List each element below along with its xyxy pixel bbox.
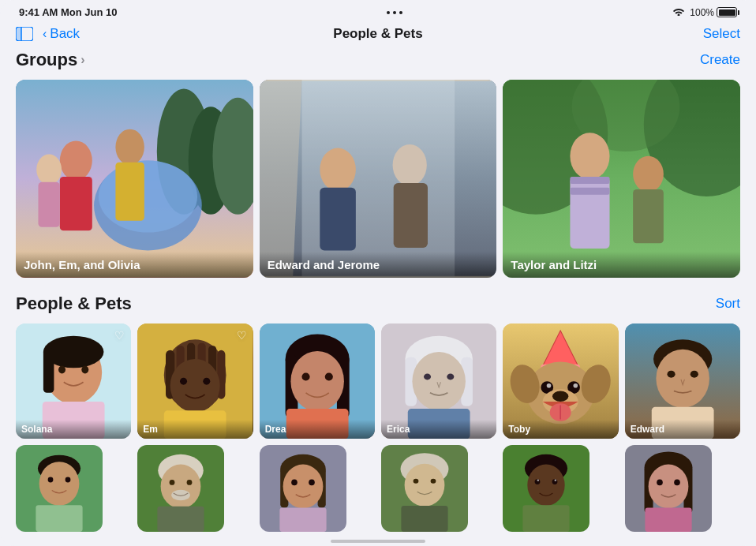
svg-point-20 [392, 144, 426, 185]
person-card-woman1-bg [260, 445, 346, 532]
nav-right: Select [703, 26, 740, 42]
person-card-erica[interactable]: Erica [381, 323, 496, 439]
person-card-boy1[interactable] [16, 445, 103, 532]
svg-point-113 [431, 479, 436, 484]
svg-point-55 [290, 350, 344, 411]
person-erica-label: Erica [381, 420, 496, 439]
svg-point-18 [320, 148, 356, 192]
group-card-1-label: John, Em, and Olivia [16, 252, 253, 278]
main-content: Groups › Create [0, 50, 756, 532]
sort-button[interactable]: Sort [716, 296, 740, 312]
svg-point-86 [690, 370, 698, 377]
svg-point-9 [60, 140, 92, 180]
svg-rect-29 [571, 188, 610, 195]
groups-grid: John, Em, and Olivia [16, 80, 740, 278]
svg-rect-31 [633, 189, 664, 243]
svg-rect-130 [645, 507, 691, 531]
svg-point-92 [65, 477, 71, 483]
groups-section-title[interactable]: Groups › [16, 50, 85, 70]
person-card-boy1-bg [16, 445, 103, 532]
dot-2 [393, 11, 396, 14]
person-card-woman1[interactable] [260, 445, 346, 532]
person-card-girl1[interactable] [625, 445, 712, 532]
svg-point-105 [283, 464, 323, 508]
person-card-girl1-bg [625, 445, 712, 532]
create-button[interactable]: Create [700, 52, 740, 68]
wifi-icon [672, 6, 685, 18]
people-grid-row2 [16, 445, 740, 532]
status-right: 100% [672, 6, 737, 18]
back-button[interactable]: ‹ Back [43, 26, 80, 42]
svg-point-112 [414, 479, 419, 484]
person-card-drea[interactable]: Drea [260, 323, 375, 439]
person-card-edward[interactable]: Edward [625, 323, 740, 439]
groups-section-header: Groups › Create [16, 50, 740, 70]
svg-point-47 [170, 359, 220, 413]
svg-point-13 [36, 155, 62, 185]
scroll-pill [331, 540, 425, 543]
battery-icon [717, 7, 737, 17]
person-card-oldwoman-bg [381, 445, 468, 532]
battery-indicator: 100% [690, 7, 737, 18]
svg-point-76 [547, 383, 552, 388]
svg-point-128 [657, 479, 663, 485]
select-button[interactable]: Select [703, 26, 740, 42]
nav-bar: ‹ Back People & Pets Select [0, 21, 756, 50]
svg-point-85 [667, 370, 675, 377]
people-section-header: People & Pets Sort [16, 294, 740, 314]
svg-point-30 [633, 156, 664, 193]
status-time: 9:41 AM Mon Jun 10 [19, 6, 118, 18]
person-card-blackboy[interactable] [503, 445, 589, 532]
person-toby-label: Toby [503, 420, 618, 439]
svg-point-77 [574, 383, 578, 388]
svg-point-49 [204, 377, 211, 384]
person-card-toby[interactable]: Toby [503, 323, 618, 439]
svg-rect-10 [60, 177, 92, 230]
svg-rect-35 [43, 348, 54, 392]
svg-point-98 [187, 480, 193, 485]
svg-point-65 [447, 373, 454, 380]
people-grid-row1: ♡ Solana [16, 323, 740, 439]
group-card-2-label: Edward and Jerome [260, 252, 497, 278]
svg-rect-93 [36, 505, 82, 532]
svg-rect-14 [38, 182, 59, 227]
status-bar: 9:41 AM Mon Jun 10 100% [0, 0, 756, 21]
person-card-solana[interactable]: ♡ Solana [16, 323, 131, 439]
person-drea-label: Drea [260, 420, 375, 439]
svg-point-117 [528, 464, 565, 505]
person-card-oldman-bg [137, 445, 224, 532]
svg-rect-100 [158, 507, 204, 532]
svg-point-64 [424, 373, 431, 380]
svg-point-37 [81, 365, 88, 373]
svg-point-127 [648, 464, 688, 508]
battery-text: 100% [690, 7, 714, 18]
person-card-em[interactable]: ♡ Em [137, 323, 253, 439]
back-chevron-icon: ‹ [43, 27, 47, 41]
svg-rect-1 [16, 27, 21, 41]
battery-fill [719, 9, 735, 16]
svg-rect-12 [115, 163, 144, 221]
group-card-1[interactable]: John, Em, and Olivia [16, 80, 253, 278]
svg-point-48 [180, 377, 187, 384]
back-label: Back [50, 26, 80, 42]
person-card-oldwoman[interactable] [381, 445, 468, 532]
status-center-dots [387, 11, 402, 14]
svg-point-8 [99, 160, 197, 232]
svg-point-11 [115, 129, 144, 166]
svg-point-107 [309, 479, 315, 485]
dot-3 [399, 11, 402, 14]
svg-point-121 [555, 479, 557, 481]
svg-point-90 [39, 462, 80, 506]
svg-point-106 [291, 479, 298, 485]
svg-point-99 [171, 490, 190, 501]
svg-point-97 [170, 480, 175, 485]
svg-point-84 [656, 349, 709, 407]
group-card-2[interactable]: Edward and Jerome [260, 80, 497, 278]
group-card-3[interactable]: Taylor and Litzi [503, 80, 740, 278]
svg-rect-28 [571, 177, 610, 184]
person-em-label: Em [137, 420, 253, 439]
person-card-oldman[interactable] [137, 445, 224, 532]
svg-point-129 [674, 479, 680, 485]
sidebar-toggle-button[interactable] [16, 27, 33, 41]
svg-point-36 [58, 365, 65, 373]
